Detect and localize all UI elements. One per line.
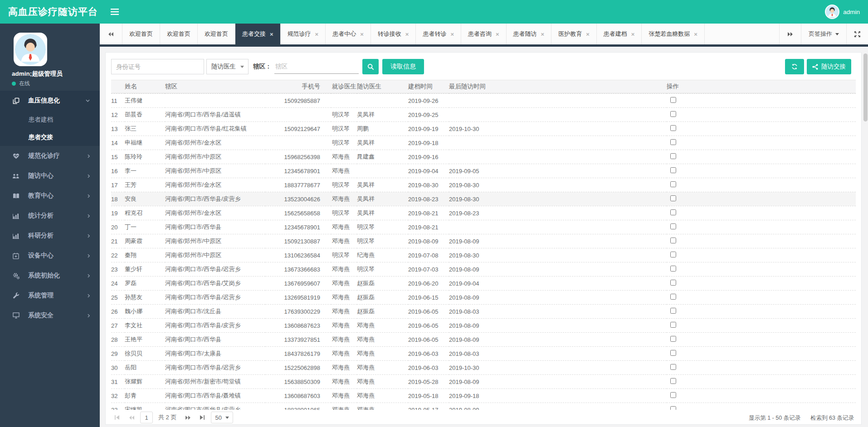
table-row[interactable]: 20丁一河南省/周口市/西华县12345678901邓海燕明汉琴2019-08-… xyxy=(111,220,856,234)
close-tab-icon[interactable]: × xyxy=(631,31,635,37)
table-row[interactable]: 19程克召河南省/郑州市/金水区15625658658明汉琴吴凤祥2019-08… xyxy=(111,206,856,220)
row-checkbox[interactable] xyxy=(670,238,676,243)
sidebar-subitem-患者建档[interactable]: 患者建档 xyxy=(0,111,100,128)
close-tab-icon[interactable]: × xyxy=(496,31,499,37)
tab-患者咨询[interactable]: 患者咨询× xyxy=(461,24,507,44)
sidebar-item-规范化诊疗[interactable]: 规范化诊疗 xyxy=(0,146,100,166)
table-row[interactable]: 24罗磊河南省/周口市/西华县/艾岗乡13676959607邓海燕赵振磊2019… xyxy=(111,277,856,291)
table-row[interactable]: 21周豪霞河南省/郑州市/中原区15092130887邓海燕明汉琴2019-08… xyxy=(111,234,856,248)
row-checkbox[interactable] xyxy=(670,252,676,257)
sidebar-item-系统安全[interactable]: 系统安全 xyxy=(0,306,100,325)
close-tab-icon[interactable]: × xyxy=(360,31,364,37)
table-row[interactable]: 31张耀辉河南省/郑州市/新密市/苟堂镇15638850309邓海燕邓海燕201… xyxy=(111,375,856,389)
row-checkbox[interactable] xyxy=(670,294,676,300)
tab-医护教育[interactable]: 医护教育× xyxy=(551,24,597,44)
sidebar-item-随访中心[interactable]: 随访中心 xyxy=(0,166,100,186)
tab-患者建档[interactable]: 患者建档× xyxy=(597,24,642,44)
row-checkbox[interactable] xyxy=(670,378,676,384)
row-checkbox[interactable] xyxy=(670,364,676,370)
table-row[interactable]: 25孙慧友河南省/周口市/西华县/迟营乡13269581919邓海燕赵振磊201… xyxy=(111,291,856,305)
tab-张楚若血糖数据[interactable]: 张楚若血糖数据× xyxy=(642,24,705,44)
row-checkbox[interactable] xyxy=(670,266,676,272)
table-row[interactable]: 14申福继河南省/郑州市/金水区明汉琴吴凤祥2019-09-18 xyxy=(111,136,856,150)
fullscreen-toggle-button[interactable] xyxy=(846,24,868,44)
last-page-button[interactable] xyxy=(196,412,208,423)
prev-page-button[interactable] xyxy=(126,412,137,423)
row-checkbox[interactable] xyxy=(670,195,676,201)
follow-transfer-button[interactable]: 随访交接 xyxy=(807,59,851,74)
first-page-button[interactable] xyxy=(111,412,123,423)
tab-患者中心[interactable]: 患者中心× xyxy=(326,24,371,44)
table-row[interactable]: 26魏小娜河南省/周口市/沈丘县17639300229邓海燕赵振磊2019-06… xyxy=(111,305,856,319)
row-checkbox[interactable] xyxy=(670,181,676,187)
header-user[interactable]: admin xyxy=(825,0,860,24)
row-checkbox[interactable] xyxy=(670,153,676,159)
row-checkbox[interactable] xyxy=(670,209,676,215)
row-checkbox[interactable] xyxy=(670,322,676,328)
profile-avatar[interactable] xyxy=(14,33,47,66)
table-row[interactable]: 22秦翔河南省/郑州市/中原区13106236584明汉琴纪海燕2019-07-… xyxy=(111,248,856,262)
row-checkbox[interactable] xyxy=(670,139,676,145)
table-row[interactable]: 32彭青河南省/周口市/西华县/聂堆镇13608687603邓海燕邓海燕2019… xyxy=(111,389,856,403)
read-info-button[interactable]: 读取信息 xyxy=(382,59,424,74)
row-checkbox[interactable] xyxy=(670,111,676,117)
close-tab-icon[interactable]: × xyxy=(270,31,273,37)
close-tab-icon[interactable]: × xyxy=(541,31,545,37)
tab-患者随访[interactable]: 患者随访× xyxy=(507,24,552,44)
tab-转诊接收[interactable]: 转诊接收× xyxy=(371,24,416,44)
sidebar-item-血压信息化[interactable]: 血压信息化 xyxy=(0,91,100,111)
table-row[interactable]: 13张三河南省/周口市/西华县/红花集镇15092129647明汉琴周鹏2019… xyxy=(111,122,856,136)
row-checkbox[interactable] xyxy=(670,280,676,286)
follow-doctor-select[interactable]: 随访医生 xyxy=(206,59,249,74)
row-checkbox[interactable] xyxy=(670,392,676,398)
table-row[interactable]: 12邵晨香河南省/周口市/西华县/逍遥镇明汉琴吴凤祥2019-09-25 xyxy=(111,108,856,122)
table-row[interactable]: 17王芳河南省/郑州市/金水区18837778677明汉琴吴凤祥2019-08-… xyxy=(111,178,856,192)
row-checkbox[interactable] xyxy=(670,125,676,131)
sidebar-item-统计分析[interactable]: 统计分析 xyxy=(0,206,100,226)
tab-欢迎首页[interactable]: 欢迎首页 xyxy=(198,24,235,44)
sidebar-item-教育中心[interactable]: 教育中心 xyxy=(0,186,100,206)
table-row[interactable]: 30岳阳河南省/周口市/西华县/迟营乡15225062898邓海燕邓海燕2019… xyxy=(111,361,856,375)
sidebar-item-设备中心[interactable]: 设备中心 xyxy=(0,246,100,266)
table-row[interactable]: 27李文社河南省/周口市/西华县/皮营乡13608687623邓海燕邓海燕201… xyxy=(111,319,856,333)
table-row[interactable]: 11王伟健150929858872019-09-26 xyxy=(111,94,856,108)
page-size-select[interactable]: 50 xyxy=(211,412,233,423)
tab-规范诊疗[interactable]: 规范诊疗× xyxy=(281,24,326,44)
tab-患者转诊[interactable]: 患者转诊× xyxy=(416,24,461,44)
sidebar-item-科研分析[interactable]: 科研分析 xyxy=(0,226,100,246)
row-checkbox[interactable] xyxy=(670,223,676,229)
table-row[interactable]: 29徐贝贝河南省/周口市/太康县18437826179邓海燕邓海燕2019-06… xyxy=(111,347,856,361)
refresh-button[interactable] xyxy=(785,59,804,74)
table-row[interactable]: 15陈玲玲河南省/郑州市/中原区15968256398邓海燕晁建鑫2019-09… xyxy=(111,150,856,164)
scroll-tabs-right-button[interactable] xyxy=(779,24,801,44)
row-checkbox[interactable] xyxy=(670,336,676,342)
id-card-input[interactable] xyxy=(111,59,204,74)
row-checkbox[interactable] xyxy=(670,97,676,103)
scroll-tabs-left-button[interactable] xyxy=(100,24,122,44)
sidebar-item-系统管理[interactable]: 系统管理 xyxy=(0,286,100,306)
row-checkbox[interactable] xyxy=(670,350,676,356)
page-scrollbar-thumb[interactable] xyxy=(863,53,868,121)
sidebar-subitem-患者交接[interactable]: 患者交接 xyxy=(0,128,100,146)
row-checkbox[interactable] xyxy=(670,167,676,173)
table-row[interactable]: 18安良河南省/周口市/西华县/皮营乡13523004626邓海燕吴凤祥2019… xyxy=(111,192,856,206)
close-tab-icon[interactable]: × xyxy=(586,31,590,37)
tab-actions-dropdown[interactable]: 页签操作 xyxy=(801,24,846,44)
tab-欢迎首页[interactable]: 欢迎首页 xyxy=(122,24,160,44)
region-input[interactable] xyxy=(274,59,359,74)
table-row[interactable]: 16李一河南省/郑州市/中原区12345678901邓海燕2019-09-042… xyxy=(111,164,856,178)
table-row[interactable]: 23董少轩河南省/周口市/西华县/迟营乡13673366683邓海燕明汉琴201… xyxy=(111,262,856,277)
close-tab-icon[interactable]: × xyxy=(405,31,409,37)
sidebar-item-系统初始化[interactable]: 系统初始化 xyxy=(0,266,100,286)
next-page-button[interactable] xyxy=(182,412,194,423)
row-checkbox[interactable] xyxy=(670,308,676,314)
close-tab-icon[interactable]: × xyxy=(694,31,697,37)
close-tab-icon[interactable]: × xyxy=(315,31,319,37)
table-row[interactable]: 33宋继凯河南省/周口市/西华县/皮营乡18838001065邓海燕邓海燕201… xyxy=(111,403,856,410)
sidebar-toggle-button[interactable] xyxy=(111,9,119,15)
search-button[interactable] xyxy=(362,59,379,74)
row-checkbox[interactable] xyxy=(670,406,676,410)
current-page-box[interactable]: 1 xyxy=(140,412,153,423)
tab-患者交接[interactable]: 患者交接× xyxy=(235,24,281,44)
close-tab-icon[interactable]: × xyxy=(450,31,454,37)
